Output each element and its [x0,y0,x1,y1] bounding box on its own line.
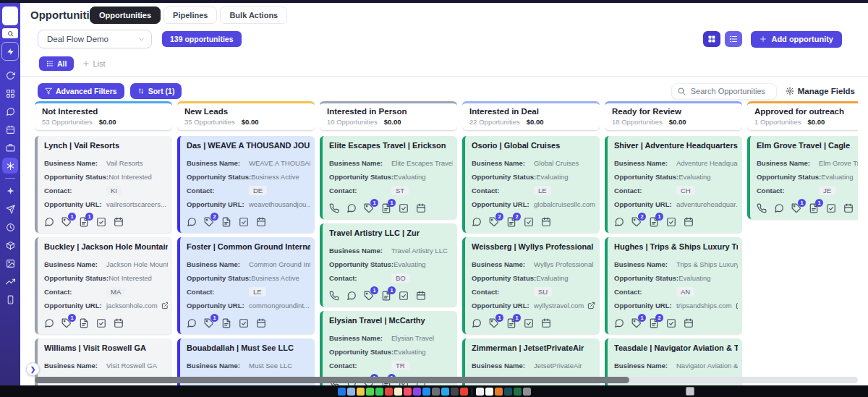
note-icon[interactable]: 1 [381,291,391,301]
task-icon[interactable] [96,318,106,328]
task-icon[interactable] [239,318,249,328]
task-icon[interactable] [524,217,534,227]
tag-icon[interactable]: 1 [489,318,499,328]
dock-app-facetime-icon[interactable] [375,388,383,396]
dock-app-messages-icon[interactable] [366,388,374,396]
scrollbar-thumb[interactable] [35,377,629,383]
dock-app-safari-icon[interactable] [347,388,355,396]
calendar-icon[interactable] [256,318,266,328]
field-value[interactable]: tripsandships.com [676,302,732,310]
task-icon[interactable] [666,217,676,227]
opportunity-card[interactable]: Das | WEAVE A THOUSAND JOUR...Business N… [177,136,315,233]
add-opportunity-button[interactable]: Add opportunity [751,31,842,48]
dock-app-launchpad-icon[interactable] [357,388,365,396]
opportunity-card[interactable]: Osorio | Global CruisesBusiness Name:Glo… [462,136,600,233]
dock-app-notes-icon[interactable] [394,388,402,396]
opportunity-card[interactable]: Elysian Travel | McCarthyBusiness Name:E… [320,311,457,385]
field-value[interactable]: weavethousandjou... [249,200,310,208]
calendar-icon[interactable] [114,318,124,328]
opportunity-card[interactable]: Shiver | Adventure HeadquartersBusiness … [605,136,742,233]
dock-app-pycharm-icon[interactable] [460,388,468,396]
dock-app-music-icon[interactable] [404,388,412,396]
tag-icon[interactable]: 1 [204,318,214,328]
sidebar-item-refresh[interactable] [2,67,18,83]
field-value[interactable]: wyllystravel.com [534,302,584,310]
sidebar-item-media[interactable] [2,255,18,271]
sidebar-expand-button[interactable]: ❯ [26,362,40,376]
chat-icon[interactable] [44,217,54,227]
horizontal-scrollbar[interactable] [35,377,858,383]
dock-app-github-icon[interactable] [451,388,459,396]
pipeline-select[interactable]: Deal Flow Demo [38,30,152,48]
manage-fields-button[interactable]: Manage Fields [786,87,855,95]
chat-icon[interactable] [187,318,197,328]
tab-opportunities[interactable]: Opportunities [90,7,161,24]
note-icon[interactable]: 1 [649,217,659,227]
opportunity-card[interactable]: Elite Escapes Travel | EricksonBusiness … [320,136,457,219]
note-icon[interactable]: 1 [506,318,516,328]
task-icon[interactable] [399,203,409,213]
task-icon[interactable] [826,203,836,213]
phone-icon[interactable] [329,291,339,301]
chat-icon[interactable] [472,318,482,328]
external-link-icon[interactable] [587,302,595,310]
chat-icon[interactable] [346,203,357,213]
tag-icon[interactable]: 1 [791,203,801,213]
dock-app-settings-icon[interactable] [432,388,440,396]
calendar-icon[interactable] [684,318,694,328]
dock-app-textedit-icon[interactable] [485,388,493,396]
tag-icon[interactable]: 1 [631,318,642,328]
sidebar-item-calendar[interactable] [2,121,18,137]
sidebar-item-send[interactable] [2,201,18,217]
tag-icon[interactable]: 1 [364,203,374,213]
opportunity-card[interactable]: Buckley | Jackson Hole Mountain...Busine… [35,237,172,334]
advanced-filters-button[interactable]: Advanced Filters [38,83,124,99]
grid-view-button[interactable] [703,31,720,47]
calendar-icon[interactable] [541,217,551,227]
note-icon[interactable] [221,217,231,227]
trash-icon[interactable] [686,387,694,396]
phone-icon[interactable] [329,203,339,213]
dock-app-system-settings-icon[interactable] [523,388,531,396]
list-view-button[interactable] [725,31,742,47]
calendar-icon[interactable] [541,318,551,328]
tab-bulk-actions[interactable]: Bulk Actions [220,7,287,24]
sidebar-item-conversations[interactable] [2,103,18,119]
external-link-icon[interactable] [736,302,738,310]
dock-app-podcasts-icon[interactable] [413,388,421,396]
sidebar-item-automation[interactable] [2,158,18,174]
chat-icon[interactable] [614,217,624,227]
field-value[interactable]: commongroundint... [249,302,310,310]
opportunity-card[interactable]: Hughes | Trips & Ships Luxury Tra...Busi… [605,237,742,334]
chat-icon[interactable] [774,203,784,213]
task-icon[interactable] [96,217,106,227]
note-icon[interactable]: 1 [381,203,391,213]
tag-icon[interactable]: 2 [204,217,214,227]
task-icon[interactable] [666,318,676,328]
sort-button[interactable]: Sort (1) [130,83,182,99]
tag-icon[interactable]: 1 [61,318,72,328]
sidebar-logo[interactable] [2,7,18,25]
dock-app-opera-icon[interactable] [495,388,503,396]
external-link-icon[interactable] [161,302,168,310]
opportunity-card[interactable]: Travel Artistry LLC | ZurBusiness Name:T… [320,223,457,307]
field-value[interactable]: globalcruisesllc.com [534,200,595,208]
opportunity-card[interactable]: Foster | Common Ground Internat...Busine… [177,237,315,334]
opportunity-card[interactable]: Lynch | Vail ResortsBusiness Name:Vail R… [35,136,172,233]
dock-app-vscode-icon[interactable] [441,388,449,396]
field-value[interactable]: vailresortscareers... [106,200,166,208]
note-icon[interactable]: 1 [809,203,819,213]
chat-icon[interactable] [44,318,54,328]
sidebar-item-device[interactable] [2,291,18,307]
field-value[interactable]: jacksonhole.com [106,302,158,310]
chat-icon[interactable] [614,318,624,328]
dock-app-docker-icon[interactable] [504,388,512,396]
sidebar-quick-actions-button[interactable] [1,42,19,61]
calendar-icon[interactable] [416,203,426,213]
calendar-icon[interactable] [114,217,124,227]
task-icon[interactable] [524,318,534,328]
sidebar-item-dashboard[interactable] [2,85,18,101]
note-icon[interactable]: 2 [649,318,659,328]
calendar-icon[interactable] [416,291,426,301]
opportunity-card[interactable]: Elm Grove Travel | CagleBusiness Name:El… [747,136,858,219]
